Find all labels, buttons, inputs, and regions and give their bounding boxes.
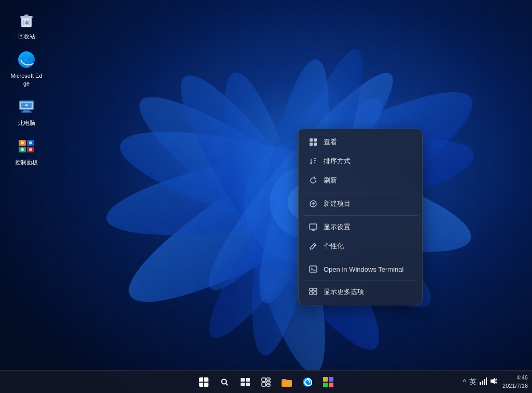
svg-rect-56 xyxy=(241,378,245,382)
svg-rect-68 xyxy=(323,377,328,382)
volume-icon[interactable] xyxy=(490,377,497,386)
svg-rect-53 xyxy=(314,292,317,294)
svg-rect-62 xyxy=(267,381,270,383)
clock-date: 2021/7/16 xyxy=(502,382,528,390)
svg-rect-59 xyxy=(246,383,250,386)
svg-text:🖥: 🖥 xyxy=(25,103,29,107)
desktop-icon-edge[interactable]: Microsoft Edge xyxy=(8,47,45,89)
context-menu: 查看 排序方式 刷新 xyxy=(298,129,423,305)
context-menu-personalize-label: 个性化 xyxy=(324,242,344,251)
tray-chevron-icon[interactable]: ^ xyxy=(463,378,466,386)
file-explorer-icon xyxy=(282,377,292,387)
view-icon xyxy=(309,138,317,146)
svg-point-35 xyxy=(21,148,24,151)
tray-lang-icon[interactable]: 英 xyxy=(469,377,477,387)
svg-rect-70 xyxy=(323,383,328,387)
this-pc-label: 此电脑 xyxy=(18,119,35,127)
desktop-icon-this-pc[interactable]: 🖥 此电脑 xyxy=(8,94,45,129)
personalize-icon xyxy=(309,242,317,250)
network-icon[interactable] xyxy=(480,377,487,386)
widgets-icon xyxy=(261,377,271,387)
desktop: ♻ 回收站 xyxy=(0,0,532,393)
svg-rect-26 xyxy=(21,111,32,113)
volume-svg-icon xyxy=(490,377,497,385)
control-panel-icon xyxy=(16,136,37,157)
svg-rect-51 xyxy=(314,288,317,291)
refresh-icon xyxy=(309,176,317,185)
svg-line-55 xyxy=(226,383,228,385)
svg-rect-60 xyxy=(262,378,265,382)
svg-rect-63 xyxy=(262,383,265,386)
network-svg-icon xyxy=(480,377,487,385)
context-menu-divider-4 xyxy=(303,280,418,280)
svg-rect-48 xyxy=(310,266,317,272)
context-menu-item-sort[interactable]: 排序方式 xyxy=(301,152,420,171)
recycle-bin-label: 回收站 xyxy=(18,33,35,40)
context-menu-divider-3 xyxy=(303,258,418,258)
context-menu-more-options-label: 显示更多选项 xyxy=(324,287,364,297)
display-settings-icon xyxy=(309,223,317,231)
svg-point-36 xyxy=(29,148,32,151)
svg-point-2 xyxy=(100,119,480,255)
svg-rect-69 xyxy=(329,377,333,382)
context-menu-item-display[interactable]: 显示设置 xyxy=(301,218,420,236)
more-options-icon xyxy=(309,288,317,296)
desktop-icon-recycle-bin[interactable]: ♻ 回收站 xyxy=(8,8,45,42)
svg-rect-0 xyxy=(0,0,532,393)
context-menu-new-label: 新建项目 xyxy=(324,199,351,208)
svg-rect-58 xyxy=(241,383,245,386)
svg-point-54 xyxy=(222,379,227,384)
svg-marker-76 xyxy=(491,378,495,384)
search-button[interactable] xyxy=(215,373,234,391)
context-menu-item-personalize[interactable]: 个性化 xyxy=(301,237,420,256)
svg-rect-75 xyxy=(486,377,487,385)
svg-point-34 xyxy=(29,142,32,145)
context-menu-item-more-options[interactable]: 显示更多选项 xyxy=(301,283,420,301)
task-view-button[interactable] xyxy=(236,373,255,391)
taskbar-center xyxy=(194,373,338,391)
svg-rect-61 xyxy=(267,378,270,380)
svg-rect-71 xyxy=(329,383,333,387)
store-button[interactable] xyxy=(319,373,338,391)
svg-rect-44 xyxy=(310,224,317,229)
context-menu-item-view[interactable]: 查看 xyxy=(301,133,420,151)
desktop-icons-container: ♻ 回收站 xyxy=(8,8,45,168)
control-panel-label: 控制面板 xyxy=(15,159,38,166)
this-pc-icon: 🖥 xyxy=(16,96,37,117)
start-button[interactable] xyxy=(194,373,213,391)
taskbar-tray: ^ 英 4:46 2021/7/ xyxy=(463,374,528,390)
context-menu-item-refresh[interactable]: 刷新 xyxy=(301,171,420,190)
svg-rect-39 xyxy=(310,143,313,146)
svg-rect-38 xyxy=(314,138,317,142)
edge-icon xyxy=(16,49,37,70)
context-menu-divider-1 xyxy=(303,192,418,192)
terminal-icon xyxy=(309,265,317,273)
edge-label: Microsoft Edge xyxy=(10,72,43,87)
widgets-button[interactable] xyxy=(257,373,275,391)
svg-rect-37 xyxy=(310,138,313,142)
context-menu-divider-2 xyxy=(303,215,418,216)
taskbar: ^ 英 4:46 2021/7/ xyxy=(0,370,532,393)
svg-rect-73 xyxy=(482,381,483,385)
context-menu-item-terminal[interactable]: Open in Windows Terminal xyxy=(301,260,420,278)
taskbar-edge-button[interactable] xyxy=(298,373,317,391)
taskbar-clock[interactable]: 4:46 2021/7/16 xyxy=(502,374,528,390)
svg-rect-50 xyxy=(310,288,313,291)
svg-line-47 xyxy=(314,245,315,246)
context-menu-item-new[interactable]: 新建项目 xyxy=(301,194,420,213)
context-menu-view-label: 查看 xyxy=(324,137,337,147)
store-icon xyxy=(323,377,333,387)
recycle-bin-icon: ♻ xyxy=(16,10,37,31)
svg-rect-57 xyxy=(246,378,250,382)
file-explorer-button[interactable] xyxy=(277,373,296,391)
new-item-icon xyxy=(309,200,317,208)
windows-logo-icon xyxy=(199,377,208,387)
taskbar-edge-icon xyxy=(302,377,313,387)
svg-rect-52 xyxy=(310,292,313,294)
desktop-icon-control-panel[interactable]: 控制面板 xyxy=(8,134,45,168)
context-menu-refresh-label: 刷新 xyxy=(324,176,337,185)
svg-rect-72 xyxy=(480,382,481,385)
context-menu-sort-label: 排序方式 xyxy=(324,157,351,166)
search-icon xyxy=(220,378,229,386)
svg-rect-74 xyxy=(484,379,485,385)
